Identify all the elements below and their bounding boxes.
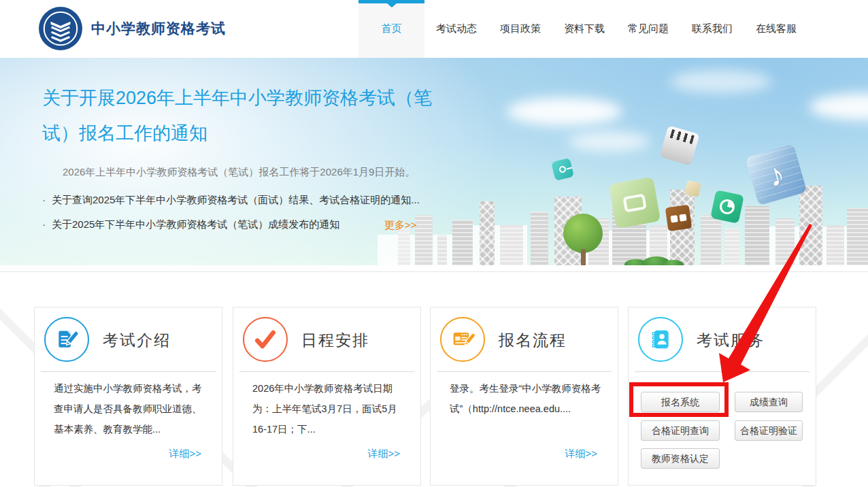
certificate-query-button[interactable]: 合格证明查询 [641,420,720,441]
card-schedule: 日程安排 2026年中小学教师资格考试日期为：上半年笔试3月7日，面试5月16-… [233,307,421,486]
card-body-text: 登录。考生登录“中小学教师资格考试”（http://ntce.neea.edu.… [450,378,605,419]
card-body-text: 2026年中小学教师资格考试日期为：上半年笔试3月7日，面试5月16-17日；下… [252,378,408,439]
nav-item-downloads[interactable]: 资料下载 [552,0,616,58]
divider [635,371,809,372]
card-body-text: 通过实施中小学教师资格考试，考查申请人是否具备教师职业道德、基本素养、教育教学能… [54,378,210,439]
speech-bubble-cube-icon [609,177,661,229]
cards-section: 考试介绍 通过实施中小学教师资格考试，考查申请人是否具备教师职业道德、基本素养、… [0,273,868,487]
site-header: 中小学教师资格考试 首页 考试动态 项目政策 资料下载 常见问题 联系我们 在线… [0,0,868,58]
page: 中小学教师资格考试 首页 考试动态 项目政策 资料下载 常见问题 联系我们 在线… [0,0,868,487]
divider [239,371,414,372]
ground [0,265,868,271]
nav-item-contact[interactable]: 联系我们 [680,0,744,58]
key-cube-icon [551,158,574,181]
tree [563,214,603,253]
dice-cube-icon [665,205,692,232]
logo-badge-icon [38,6,83,51]
bullet: · [42,194,52,207]
score-query-button[interactable]: 成绩查询 [735,392,803,412]
contact-book-icon [638,317,683,362]
news-list: · 关于查询2025年下半年中小学教师资格考试（面试）结果、考试合格证明的通知.… [42,194,437,231]
nav-item-online-service[interactable]: 在线客服 [744,0,808,58]
pie-chart-cube-icon [710,190,744,224]
registration-system-button[interactable]: 报名系统 [641,392,720,412]
document-pencil-icon [44,317,89,362]
divider [437,371,612,372]
announcement-intro: 2026年上半年中小学教师资格考试（笔试）报名工作将于2026年1月9日开始。 [42,166,437,179]
cloud [507,97,622,126]
small-cube-icon [684,180,701,197]
card-title: 考试介绍 [103,330,171,351]
more-link[interactable]: 更多>> [384,219,417,232]
detail-link[interactable]: 详细>> [169,448,201,460]
teacher-accreditation-button[interactable]: 教师资格认定 [641,448,720,469]
banner-announcement: 关于开展2026年上半年中小学教师资格考试（笔试）报名工作的通知 2026年上半… [42,80,437,243]
news-link[interactable]: · 关于查询2025年下半年中小学教师资格考试（面试）结果、考试合格证明的通知.… [42,194,437,207]
card-exam-services: 考试服务 报名系统 成绩查询 合格证明查询 合格证明验证 教师资格认定 [628,307,816,486]
bullet: · [42,218,52,231]
cloud [670,70,772,93]
card-exam-introduction: 考试介绍 通过实施中小学教师资格考试，考查申请人是否具备教师职业道德、基本素养、… [34,307,222,486]
detail-link[interactable]: 详细>> [367,448,400,460]
divider [41,371,216,372]
cloud [809,93,868,120]
detail-link[interactable]: 详细>> [565,448,597,460]
nav-item-home[interactable]: 首页 [358,0,424,58]
cloud [568,131,650,152]
certificate-verify-button[interactable]: 合格证明验证 [735,420,803,441]
news-link[interactable]: · 关于2025年下半年中小学教师资格考试（笔试）成绩发布的通知 [42,218,437,231]
nav-item-exam-news[interactable]: 考试动态 [424,0,488,58]
announcement-headline[interactable]: 关于开展2026年上半年中小学教师资格考试（笔试）报名工作的通知 [42,80,437,151]
window-pencil-icon [440,317,485,362]
brand[interactable]: 中小学教师资格考试 [38,6,226,51]
site-title: 中小学教师资格考试 [91,19,226,38]
nav-item-policies[interactable]: 项目政策 [488,0,552,58]
card-title: 报名流程 [499,330,567,351]
card-title: 日程安排 [301,330,369,351]
checkmark-icon [243,317,288,362]
card-title: 考试服务 [697,330,765,351]
card-registration-process: 报名流程 登录。考生登录“中小学教师资格考试”（http://ntce.neea… [430,307,618,486]
active-tab-indicator [358,0,424,3]
piano-cube-icon [659,125,699,165]
nav-item-faq[interactable]: 常见问题 [616,0,680,58]
hero-banner: ♪ 关于开展2026年上半年中小学教师资格考试（笔试）报名工作的通知 2026年… [0,58,868,272]
main-nav: 首页 考试动态 项目政策 资料下载 常见问题 联系我们 在线客服 [358,0,808,58]
